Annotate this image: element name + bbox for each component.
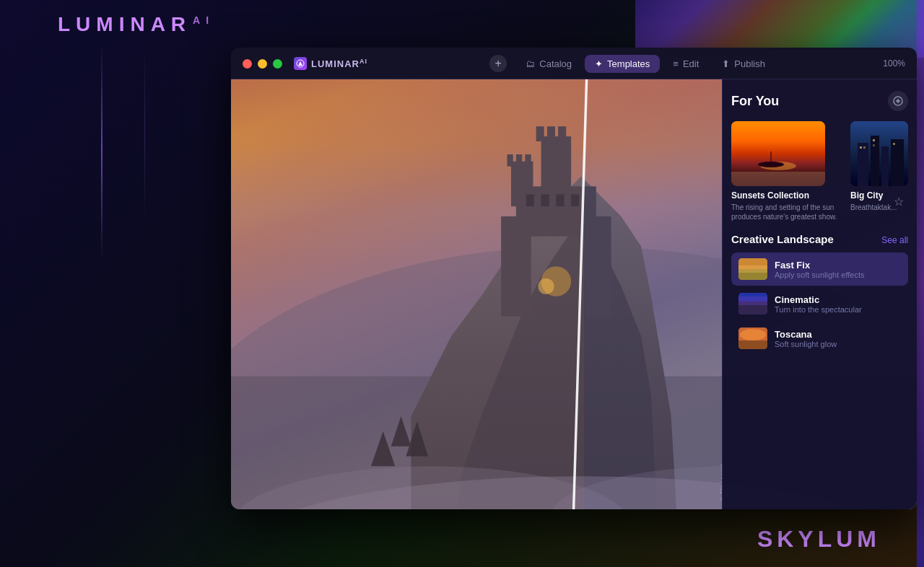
fastfix-name: Fast Fix [775,260,901,271]
window-maximize-button[interactable] [273,59,282,69]
right-panel: For You [722,79,917,509]
tab-catalog-label: Catalog [539,58,572,69]
tab-templates[interactable]: ✦ Templates [585,55,660,73]
add-button[interactable]: + [489,55,507,72]
template-cards-row: Sunsets Collection The rising and settin… [731,121,908,221]
nav-tabs: + 🗂 Catalog ✦ Templates ≡ Edit ⬆ Publish [382,55,883,73]
svg-rect-48 [893,143,895,145]
logo-ai: AI [193,14,214,26]
svg-rect-54 [738,296,767,305]
sunsets-card-image [731,121,825,186]
title-bar: LUMINARAI + 🗂 Catalog ✦ Templates ≡ Edit… [231,48,917,79]
svg-point-33 [897,100,899,102]
tab-publish[interactable]: ⬆ Publish [712,55,775,73]
tab-catalog[interactable]: 🗂 Catalog [515,55,582,73]
sunsets-card-title: Sunsets Collection [731,190,843,201]
title-separator [231,79,917,79]
creative-landscape-header: Creative Landscape See all [731,233,908,245]
publish-icon: ⬆ [722,58,730,69]
svg-rect-56 [738,340,767,349]
tab-edit-label: Edit [683,58,699,69]
card-sunsets[interactable]: Sunsets Collection The rising and settin… [731,121,843,221]
cinematic-info: Cinematic Turn into the spectacular [775,294,901,314]
svg-rect-44 [860,146,862,149]
cinematic-desc: Turn into the spectacular [775,305,901,314]
toscana-info: Toscana Soft sunlight glow [775,329,901,348]
svg-rect-51 [738,265,767,273]
city-card-image [850,121,908,186]
svg-rect-43 [891,139,904,186]
fastfix-info: Fast Fix Apply soft sunlight effects [775,260,901,279]
fastfix-desc: Apply soft sunlight effects [775,271,901,279]
edit-icon: ≡ [673,58,679,69]
zoom-level: 100% [883,58,905,69]
for-you-title: For You [731,94,779,109]
fastfix-thumbnail [738,258,767,280]
cinematic-thumbnail [738,293,767,315]
for-you-header: For You [731,91,908,111]
tab-publish-label: Publish [734,58,765,69]
template-list: Fast Fix Apply soft sunlight effects Cin… [731,252,908,355]
window-controls [243,59,282,69]
svg-rect-38 [731,172,825,186]
window-minimize-button[interactable] [258,59,267,69]
decorative-lines [0,43,231,332]
right-gradient [917,0,924,567]
templates-icon: ✦ [595,58,603,69]
title-app-icon [294,57,307,70]
star-button[interactable]: ☆ [894,195,904,208]
window-close-button[interactable] [243,59,252,69]
skylum-logo: SKYLUM [757,526,881,553]
svg-rect-28 [231,79,584,509]
svg-rect-42 [881,146,889,186]
template-item-toscana[interactable]: Toscana Soft sunlight glow [731,322,908,355]
app-logo: LUMINARAI [58,13,214,36]
cinematic-name: Cinematic [775,294,901,305]
main-window: LUMINARAI + 🗂 Catalog ✦ Templates ≡ Edit… [231,48,917,509]
title-ai-sup: AI [359,58,367,65]
catalog-icon: 🗂 [526,58,535,69]
creative-landscape-title: Creative Landscape [731,233,834,245]
tab-edit[interactable]: ≡ Edit [663,55,709,73]
adjust-icon-button[interactable] [888,91,908,111]
tab-templates-label: Templates [607,58,650,69]
svg-rect-45 [863,146,866,149]
toscana-name: Toscana [775,329,901,340]
svg-rect-19 [586,216,611,317]
sunsets-card-desc: The rising and setting of the sun produc… [731,203,843,221]
svg-rect-47 [873,144,875,146]
toscana-thumbnail [738,328,767,349]
svg-rect-41 [871,136,879,186]
card-bigcity[interactable]: ☆ Big City Breathtaktak... [850,121,908,221]
template-item-fastfix[interactable]: Fast Fix Apply soft sunlight effects [731,252,908,286]
template-item-cinematic[interactable]: Cinematic Turn into the spectacular [731,287,908,320]
toscana-desc: Soft sunlight glow [775,340,901,348]
see-all-button[interactable]: See all [881,235,908,245]
logo-text: LUMINARAI [58,13,214,36]
svg-rect-46 [873,139,875,141]
title-app-name: LUMINARAI [311,58,367,69]
svg-rect-40 [858,143,868,186]
svg-point-57 [740,329,766,340]
